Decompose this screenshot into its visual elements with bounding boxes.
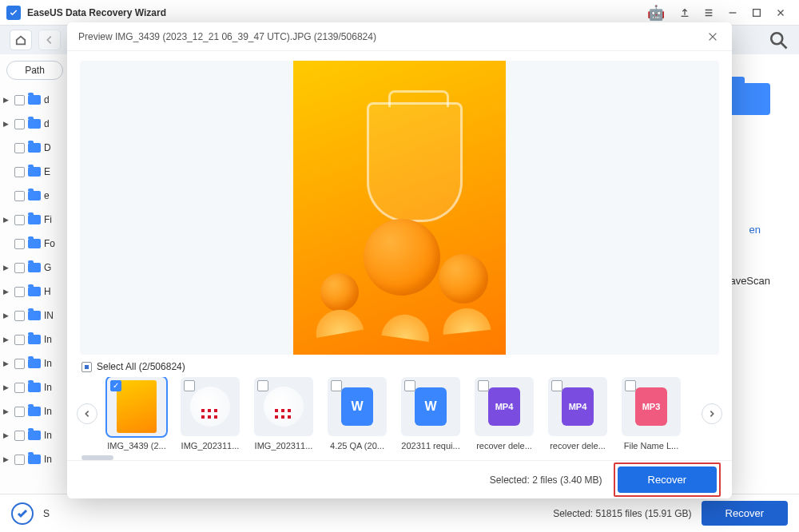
tree-item[interactable]: ▶In [0, 328, 70, 351]
thumb-checkbox[interactable] [625, 380, 636, 391]
thumb-item[interactable]: MP4recover dele... [473, 377, 535, 451]
tree-checkbox[interactable] [14, 215, 25, 225]
modal-selected-text: Selected: 2 files (3.40 MB) [490, 474, 602, 486]
tree-item[interactable]: ▶In [0, 447, 70, 471]
thumb-checkbox[interactable] [331, 380, 342, 391]
thumb-item[interactable]: IMG_202311... [179, 377, 241, 451]
bottombar: S Selected: 51815 files (15.91 GB) Recov… [0, 494, 799, 532]
folder-icon [28, 167, 41, 177]
thumb-item[interactable]: MP4recover dele... [547, 377, 609, 451]
maximize-button[interactable] [745, 1, 769, 25]
tree-checkbox[interactable] [14, 143, 25, 153]
thumb-image[interactable] [254, 377, 313, 436]
tree-item[interactable]: ▶H [0, 280, 70, 304]
tree-item[interactable]: E [0, 160, 70, 184]
thumb-image[interactable] [107, 377, 166, 436]
folder-icon [28, 311, 41, 320]
tree-label: In [44, 334, 52, 345]
folder-icon [28, 407, 41, 416]
tree-item[interactable]: ▶d [0, 88, 70, 112]
thumb-checkbox[interactable] [257, 380, 268, 391]
tree-checkbox[interactable] [14, 383, 25, 393]
tree-checkbox[interactable] [14, 287, 25, 297]
tree-item[interactable]: ▶In [0, 375, 70, 399]
caret-icon: ▶ [3, 359, 11, 367]
tree-item[interactable]: ▶In [0, 351, 70, 375]
tree-item[interactable]: ▶In [0, 423, 70, 447]
thumb-item[interactable]: MP3File Name L... [620, 377, 682, 451]
caret-icon: ▶ [3, 264, 11, 272]
thumb-item[interactable]: W202311 requi... [400, 377, 462, 451]
tree-checkbox[interactable] [14, 263, 25, 273]
back-button[interactable] [38, 30, 61, 50]
thumb-checkbox[interactable] [478, 380, 489, 391]
tree-label: Fo [44, 238, 55, 249]
thumb-image[interactable]: W [328, 377, 387, 436]
thumb-checkbox[interactable] [551, 380, 562, 391]
menu-button[interactable] [697, 1, 721, 25]
tree-checkbox[interactable] [14, 311, 25, 321]
tree-item[interactable]: e [0, 184, 70, 208]
caret-icon: ▶ [3, 288, 11, 296]
preview-area [80, 61, 719, 355]
thumb-checkbox[interactable] [184, 380, 195, 391]
tree-checkbox[interactable] [14, 407, 25, 417]
tree-checkbox[interactable] [14, 359, 25, 369]
close-button[interactable] [769, 1, 793, 25]
recover-highlight: Recover [614, 463, 721, 497]
folder-icon [28, 95, 41, 105]
thumb-checkbox[interactable] [110, 380, 121, 391]
tree-checkbox[interactable] [14, 95, 25, 105]
tree-item[interactable]: ▶IN [0, 304, 70, 328]
thumb-next-button[interactable] [702, 403, 722, 424]
thumb-image[interactable]: MP4 [548, 377, 607, 436]
share-button[interactable] [673, 1, 697, 25]
thumb-image[interactable] [181, 377, 240, 436]
folder-icon [28, 431, 41, 440]
path-tab[interactable]: Path [6, 61, 63, 80]
tree-checkbox[interactable] [14, 191, 25, 201]
search-button[interactable] [767, 30, 789, 50]
tree-label: In [44, 454, 52, 465]
thumb-item[interactable]: IMG_3439 (2... [105, 377, 168, 451]
thumb-image[interactable]: W [401, 377, 460, 436]
mascot-icon: 🤖 [646, 2, 666, 23]
folder-icon [28, 455, 41, 464]
thumb-item[interactable]: IMG_202311... [252, 377, 315, 451]
tree-label: e [44, 190, 50, 201]
tree-item[interactable]: Fo [0, 232, 70, 256]
folder-icon [28, 143, 41, 153]
scan-status-letter: S [43, 508, 50, 519]
tree-checkbox[interactable] [14, 239, 25, 249]
home-button[interactable] [10, 30, 32, 50]
folder-icon [28, 287, 41, 296]
app-title: EaseUS Data Recovery Wizard [27, 7, 646, 18]
tree-item[interactable]: ▶G [0, 256, 70, 280]
thumb-label: recover dele... [473, 441, 535, 451]
tree-checkbox[interactable] [14, 119, 25, 129]
thumb-prev-button[interactable] [77, 403, 97, 424]
thumb-checkbox[interactable] [404, 380, 415, 391]
tree-item[interactable]: ▶In [0, 399, 70, 423]
tree-checkbox[interactable] [14, 431, 25, 441]
caret-icon: ▶ [3, 96, 11, 104]
tree-item[interactable]: D [0, 136, 70, 160]
preview-image [293, 61, 506, 355]
modal-close-button[interactable] [705, 29, 721, 45]
bg-recover-button[interactable]: Recover [702, 501, 788, 526]
tree-item[interactable]: ▶Fi [0, 208, 70, 232]
tree-item[interactable]: ▶d [0, 112, 70, 136]
thumb-image[interactable]: MP3 [622, 377, 681, 436]
thumb-label: IMG_202311... [179, 441, 241, 451]
tree-label: G [44, 262, 51, 273]
tree-checkbox[interactable] [14, 167, 25, 177]
tree-checkbox[interactable] [14, 335, 25, 345]
thumb-image[interactable]: MP4 [475, 377, 534, 436]
minimize-button[interactable] [721, 1, 745, 25]
tree-checkbox[interactable] [14, 455, 25, 465]
thumbnail-strip: IMG_3439 (2...IMG_202311...IMG_202311...… [67, 377, 732, 451]
thumb-item[interactable]: W4.25 QA (20... [326, 377, 388, 451]
select-all-checkbox[interactable] [81, 362, 92, 372]
modal-footer: Selected: 2 files (3.40 MB) Recover [67, 460, 732, 498]
recover-button[interactable]: Recover [618, 466, 717, 493]
